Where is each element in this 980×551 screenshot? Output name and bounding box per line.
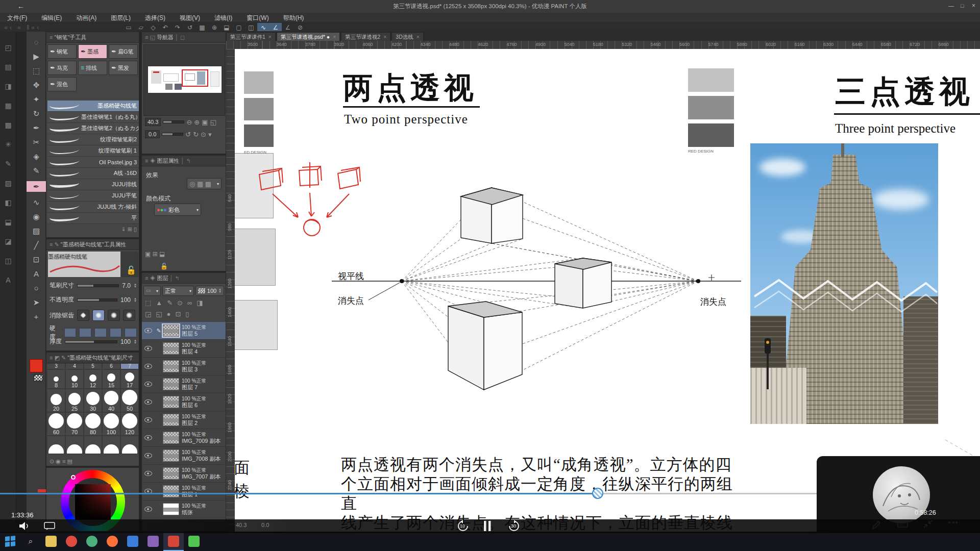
select-arrow-icon[interactable]: ▶ <box>27 53 46 60</box>
frame-icon[interactable]: ▢ <box>233 23 245 31</box>
close-button[interactable]: × <box>972 2 975 9</box>
size-cell-5[interactable]: 5 <box>84 363 102 369</box>
layer-visibility-eye-icon[interactable] <box>144 382 152 387</box>
size-cell-clipped[interactable] <box>84 436 102 454</box>
brush-pen-icon[interactable]: ✒ <box>27 181 46 192</box>
rotate-view-icon[interactable]: ↺ <box>184 23 196 31</box>
size-cell-80[interactable]: 80 <box>84 412 102 436</box>
wechat-taskbar-icon[interactable] <box>184 532 204 551</box>
doc-tab-2[interactable]: 第三节课透视2× <box>341 32 390 41</box>
subtool-category-5[interactable]: ✒黑发 <box>109 61 138 75</box>
rotate-left-icon[interactable]: ↺ <box>185 131 191 138</box>
taskbar-search-taskbar-icon[interactable]: ⌕ <box>20 532 41 551</box>
layer-property-tab[interactable]: 图层属性 <box>157 158 180 164</box>
layer-visibility-eye-icon[interactable] <box>144 346 152 351</box>
layer-row-图层-3[interactable]: 100 %正常图层 3 <box>142 358 226 375</box>
flip-icon[interactable]: ⊙ <box>201 131 206 138</box>
layer-thumbnail[interactable] <box>163 503 179 515</box>
color-mode-dropdown[interactable]: ●●● 彩色 ▾ <box>154 204 201 216</box>
zoom-tool-icon[interactable]: ◌ <box>27 38 46 46</box>
layer-thumbnail[interactable] <box>163 360 179 372</box>
brush-list-footer-icons[interactable]: ⇓ ⊞ ▯ <box>121 226 137 233</box>
subtool-category-6[interactable]: ✒混色 <box>47 77 77 91</box>
doc-tab-0[interactable]: 第三节课课件1× <box>226 32 276 41</box>
hue-marker[interactable] <box>71 475 76 480</box>
layer-visibility-eye-icon[interactable] <box>144 328 152 333</box>
layer-row-图层-7[interactable]: 100 %正常图层 7 <box>142 375 226 393</box>
vector-snap-icon[interactable]: ∠ <box>270 23 282 31</box>
layer-row-图层-4[interactable]: 100 %正常图层 4 <box>142 340 226 358</box>
playhead-handle[interactable] <box>592 488 603 499</box>
fill-icon[interactable]: ⊡ <box>27 256 46 263</box>
antialias-strong[interactable] <box>123 310 135 321</box>
size-cell-7[interactable]: 7 <box>120 363 139 369</box>
undo-icon[interactable]: ↶ <box>159 23 172 31</box>
stack-icon[interactable]: ◫ <box>0 257 16 264</box>
volume-icon[interactable] <box>18 521 31 531</box>
crosshair-icon[interactable]: + <box>27 313 46 320</box>
chrome-taskbar-icon[interactable] <box>61 532 82 551</box>
layer-row-图层-1[interactable]: 100 %正常图层 1 <box>142 483 226 500</box>
gradient-icon[interactable]: ▨ <box>27 227 46 235</box>
blend-icon[interactable]: ◉ <box>27 213 46 220</box>
brush-item-3[interactable]: 纹理褶皱笔刷2 <box>47 134 139 145</box>
navigator-rotate-slider[interactable] <box>162 133 183 136</box>
star-icon[interactable]: ✳ <box>0 141 16 148</box>
brush-size-value[interactable]: 7.0 <box>122 282 131 289</box>
layer-property-footer-icons[interactable]: ▣ ⊞ ⬓ <box>145 251 165 258</box>
navigator-view-rect[interactable] <box>182 69 208 87</box>
size-cell-15[interactable]: 15 <box>102 369 120 389</box>
export-icon[interactable]: ◨ <box>0 83 16 90</box>
antialias-mid[interactable] <box>108 310 120 321</box>
thickness-stepper[interactable]: ▲▼ <box>134 339 137 344</box>
layer-visibility-eye-icon[interactable] <box>144 399 152 405</box>
tab-close-icon[interactable]: × <box>416 34 420 40</box>
sv-square[interactable] <box>75 484 111 520</box>
subtool-category-2[interactable]: ✒扁G笔 <box>109 44 138 59</box>
size-cell-70[interactable]: 70 <box>65 412 84 436</box>
brush-item-1[interactable]: 墨佳逵钢笔1（ぬる丸） <box>47 112 139 123</box>
actual-size-icon[interactable]: ◱ <box>210 119 216 126</box>
unlock-icon[interactable]: 🔓 <box>160 263 168 270</box>
brush-size-slider[interactable] <box>77 284 119 287</box>
doc-tab-1[interactable]: 第三节课透视.psd* ●× <box>277 32 340 41</box>
zoom-out-icon[interactable]: ⊖ <box>186 119 192 126</box>
grid-panel-icon[interactable]: ▦ <box>0 102 16 109</box>
workspace-icon[interactable]: ◰ <box>0 44 16 51</box>
zoom-in-icon[interactable]: ⊕ <box>194 119 200 126</box>
hand-tool-icon[interactable]: ◇ <box>147 23 159 31</box>
navigator-zoom-value[interactable]: 40.3 <box>145 118 161 126</box>
size-cell-3[interactable]: 3 <box>47 363 65 369</box>
size-cell-12[interactable]: 12 <box>84 369 102 389</box>
app-green-taskbar-icon[interactable] <box>82 532 102 551</box>
diamond-icon[interactable]: ◈ <box>27 153 46 160</box>
brush-item-2[interactable]: 墨佳逵钢笔2（ぬるカク） <box>47 123 139 134</box>
tab-close-icon[interactable]: × <box>383 34 386 40</box>
start-button-taskbar-icon[interactable] <box>0 532 20 551</box>
layer-thumbnail[interactable] <box>163 449 179 462</box>
video-progress-played[interactable] <box>0 493 598 494</box>
effect-buttons[interactable]: ◎ ▦ ▩▾ <box>187 178 222 189</box>
danmaku-icon[interactable] <box>44 521 56 531</box>
save-icon[interactable]: ▤ <box>0 63 16 70</box>
opacity-stepper[interactable]: ▲▼ <box>134 297 137 303</box>
layer-thumbnail[interactable] <box>163 342 179 355</box>
size-cell-clipped[interactable] <box>102 436 120 454</box>
subtool-category-1[interactable]: ✒墨感 <box>78 44 107 59</box>
half-icon[interactable]: ◧ <box>0 199 16 206</box>
thickness-slider[interactable] <box>65 340 117 343</box>
size-cell-100[interactable]: 100 <box>102 412 120 436</box>
thickness-value[interactable]: 100 <box>120 338 131 345</box>
cursor2-icon[interactable]: ➤ <box>27 298 46 306</box>
size-cell-50[interactable]: 50 <box>120 389 139 412</box>
layer-visibility-eye-icon[interactable] <box>144 471 152 476</box>
pause-button[interactable] <box>483 520 492 532</box>
app-blue-taskbar-icon[interactable] <box>122 532 143 551</box>
layer-thumbnail[interactable] <box>163 432 179 444</box>
size-cell-25[interactable]: 25 <box>65 389 84 412</box>
hardness-step-5[interactable] <box>125 328 137 337</box>
no-edit-icon[interactable]: ⊘ <box>294 23 306 31</box>
line-tool-icon[interactable]: ∠ <box>282 23 294 31</box>
line-icon[interactable]: ╱ <box>27 241 46 249</box>
layer-thumbnail[interactable] <box>163 414 179 426</box>
